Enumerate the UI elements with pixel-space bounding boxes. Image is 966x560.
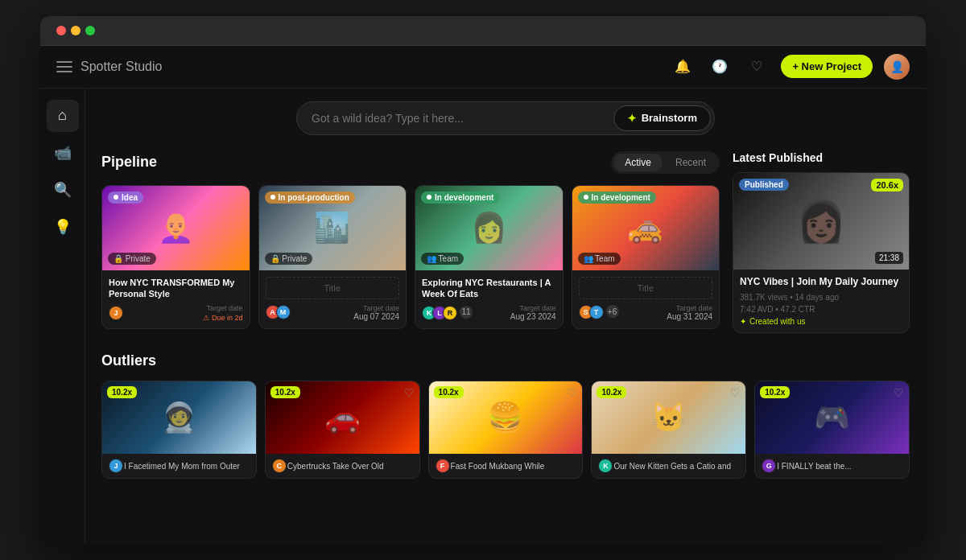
status-badge-idea: Idea bbox=[108, 191, 143, 204]
card-team-4: 👥 Team bbox=[578, 253, 621, 265]
outlier-card-4[interactable]: 🐱 10.2x ♡ K Our New Kitten Gets a Catio … bbox=[591, 381, 746, 479]
status-badge-dev-2: In development bbox=[578, 191, 656, 204]
outlier-heart-4[interactable]: ♡ bbox=[730, 386, 741, 399]
pub-status-badge: Published bbox=[739, 179, 789, 191]
pipeline-title: Pipeline bbox=[101, 154, 157, 171]
outlier-footer-5: G I FINALLY beat the... bbox=[755, 454, 909, 478]
outlier-heart-1[interactable]: ♡ bbox=[241, 386, 251, 399]
card-meta-4: S T +6 Target date Aug 31 2024 bbox=[579, 304, 713, 321]
outliers-title: Outliers bbox=[101, 352, 156, 369]
favorites-button[interactable]: ♡ bbox=[744, 54, 770, 80]
close-button[interactable] bbox=[56, 26, 66, 35]
target-label-1: Target date bbox=[203, 304, 242, 312]
outliers-section: Outliers 🧑‍🚀 10.2x ♡ J I Facetimed My bbox=[101, 352, 910, 479]
card-thumb-1: 👩‍🦲 Idea 🔒 Private bbox=[102, 186, 250, 270]
status-badge-dev: In development bbox=[421, 191, 499, 204]
main-layout: ⌂ 📹 🔍 💡 ✦ Brainstorm bbox=[40, 89, 926, 545]
pub-stats-2: 7:42 AVD • 47.2 CTR bbox=[740, 305, 902, 314]
search-bar-wrap: ✦ Brainstorm bbox=[101, 101, 910, 135]
sparkle-icon: ✦ bbox=[740, 317, 746, 326]
card-target-3: Target date Aug 23 2024 bbox=[510, 304, 556, 321]
card-body-4: Title S T +6 Target date bbox=[572, 270, 720, 327]
pub-body: NYC Vibes | Join My Daily Journey 381.7K… bbox=[733, 270, 909, 333]
badge-dot-2 bbox=[270, 195, 275, 200]
pub-created: ✦ Created with us bbox=[740, 317, 902, 326]
pub-stats: 381.7K views • 14 days ago bbox=[740, 293, 902, 302]
published-card[interactable]: 👩🏿 Published 20.6x 21:38 NYC Vibes | Joi… bbox=[733, 172, 910, 334]
sidebar: ⌂ 📹 🔍 💡 bbox=[40, 89, 85, 545]
card-avatar-3c: R bbox=[443, 306, 457, 320]
app-container: Spotter Studio 🔔 🕐 ♡ + New Project 👤 ⌂ 📹… bbox=[40, 46, 926, 545]
pipeline-card-2[interactable]: 🏙️ In post-production 🔒 Private Title bbox=[258, 185, 407, 330]
pipeline-card-3[interactable]: 👩 In development 👥 Team Exploring NYC Re… bbox=[415, 185, 564, 330]
pipeline-cards: 👩‍🦲 Idea 🔒 Private How NYC TRANSFORMED M… bbox=[101, 185, 720, 330]
brainstorm-label: Brainstorm bbox=[642, 112, 697, 124]
card-target-2: Target date Aug 07 2024 bbox=[353, 304, 399, 321]
card-meta-2: A M Target date Aug 07 2024 bbox=[266, 304, 400, 321]
outliers-grid: 🧑‍🚀 10.2x ♡ J I Facetimed My Mom from Ou… bbox=[101, 381, 910, 479]
top-nav: Spotter Studio 🔔 🕐 ♡ + New Project 👤 bbox=[40, 46, 926, 89]
maximize-button[interactable] bbox=[85, 26, 95, 35]
badge-dot-3 bbox=[427, 195, 431, 200]
user-avatar[interactable]: 👤 bbox=[884, 54, 910, 80]
card-body-1: How NYC TRANSFORMED My Personal Style J … bbox=[102, 270, 250, 329]
outlier-card-3[interactable]: 🍔 10.2x ♡ F Fast Food Mukbang While bbox=[428, 381, 584, 479]
latest-published-section: Latest Published 👩🏿 Published 20.6x 21:3… bbox=[733, 151, 910, 334]
logo-product: Studio bbox=[126, 60, 162, 73]
pipeline-card-4[interactable]: 🚕 In development 👥 Team Title bbox=[572, 185, 720, 330]
logo-brand: Spotter bbox=[80, 60, 122, 73]
nav-actions: 🔔 🕐 ♡ + New Project 👤 bbox=[670, 54, 910, 80]
outlier-card-5[interactable]: 🎮 10.2x ♡ G I FINALLY beat the... bbox=[754, 381, 910, 479]
target-date-4: Aug 31 2024 bbox=[667, 312, 712, 321]
card-avatars-4: S T +6 bbox=[579, 305, 619, 319]
outlier-heart-3[interactable]: ♡ bbox=[567, 386, 577, 399]
status-badge-post-prod: In post-production bbox=[265, 191, 355, 204]
outlier-avatar-3: F bbox=[436, 459, 450, 473]
outlier-thumb-3: 🍔 10.2x ♡ bbox=[429, 381, 583, 454]
history-button[interactable]: 🕐 bbox=[707, 54, 733, 80]
outlier-footer-4: K Our New Kitten Gets a Catio and bbox=[592, 454, 745, 478]
outlier-heart-5[interactable]: ♡ bbox=[894, 386, 904, 399]
outlier-avatar-4: K bbox=[598, 459, 613, 473]
outlier-heart-2[interactable]: ♡ bbox=[404, 386, 415, 399]
outlier-card-1[interactable]: 🧑‍🚀 10.2x ♡ J I Facetimed My Mom from Ou… bbox=[101, 381, 257, 479]
toggle-recent[interactable]: Recent bbox=[664, 154, 717, 171]
card-body-2: Title A M Target date Aug 07 2 bbox=[259, 270, 407, 327]
target-date-2: Aug 07 2024 bbox=[353, 312, 399, 321]
card-team-3: 👥 Team bbox=[421, 253, 464, 265]
toggle-active[interactable]: Active bbox=[613, 154, 663, 171]
outlier-avatar-5: G bbox=[762, 459, 776, 473]
brainstorm-button[interactable]: ✦ Brainstorm bbox=[613, 105, 711, 131]
pub-created-label: Created with us bbox=[749, 317, 805, 326]
hamburger-menu-icon[interactable] bbox=[56, 61, 72, 72]
outlier-name-5: I FINALLY beat the... bbox=[777, 462, 851, 471]
pub-duration: 21:38 bbox=[875, 252, 903, 264]
pub-avd: 7:42 AVD bbox=[740, 305, 774, 314]
sidebar-item-home[interactable]: ⌂ bbox=[47, 100, 79, 132]
pub-multiplier: 20.6x bbox=[871, 179, 903, 191]
sidebar-item-idea[interactable]: 💡 bbox=[47, 211, 79, 243]
card-avatars-1: J bbox=[109, 306, 119, 320]
outlier-name-3: Fast Food Mukbang While bbox=[451, 462, 545, 471]
pub-views: 381.7K views bbox=[740, 293, 787, 302]
pipeline-header: Pipeline Active Recent bbox=[101, 151, 720, 174]
card-title-3: Exploring NYC Restaurants | A Week Of Ea… bbox=[422, 277, 556, 300]
pipeline-toggle: Active Recent bbox=[611, 151, 720, 174]
outlier-avatar-2: C bbox=[272, 459, 287, 473]
notifications-button[interactable]: 🔔 bbox=[670, 54, 696, 80]
new-project-button[interactable]: + New Project bbox=[781, 55, 873, 78]
target-date-3: Aug 23 2024 bbox=[510, 312, 556, 321]
outlier-card-2[interactable]: 🚗 10.2x ♡ C Cybertrucks Take Over Old bbox=[265, 381, 420, 479]
sidebar-item-search[interactable]: 🔍 bbox=[47, 174, 79, 206]
minimize-button[interactable] bbox=[71, 26, 80, 35]
card-target-1: Target date ⚠ Due in 2d bbox=[203, 304, 242, 322]
outlier-thumb-4: 🐱 10.2x ♡ bbox=[592, 381, 745, 454]
due-badge-1: ⚠ Due in 2d bbox=[203, 314, 242, 322]
pipeline-card-1[interactable]: 👩‍🦲 Idea 🔒 Private How NYC TRANSFORMED M… bbox=[101, 185, 250, 330]
outlier-footer-1: J I Facetimed My Mom from Outer bbox=[102, 454, 256, 478]
card-title-placeholder-4: Title bbox=[579, 277, 713, 299]
search-input[interactable] bbox=[312, 112, 613, 125]
card-avatar-2b: M bbox=[276, 305, 291, 319]
sidebar-item-camera[interactable]: 📹 bbox=[47, 137, 79, 169]
new-project-label: + New Project bbox=[792, 60, 861, 72]
